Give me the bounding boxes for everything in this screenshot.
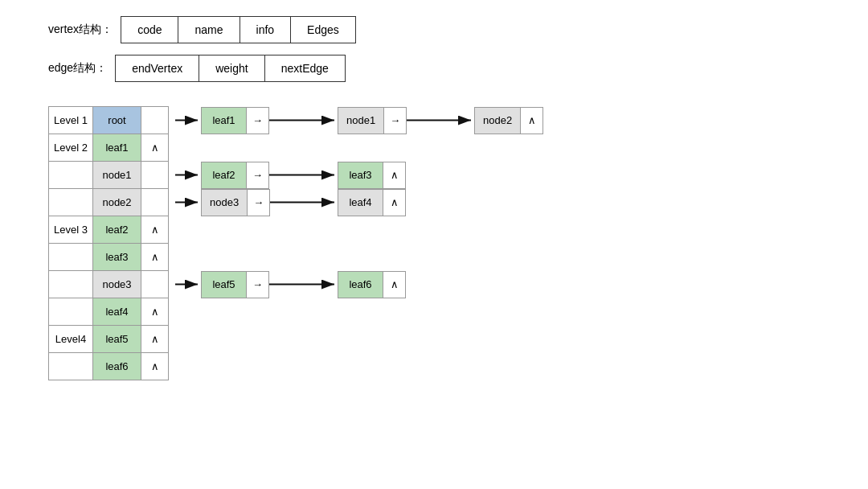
edge-field-nextedge: nextEdge — [265, 55, 345, 81]
node-leaf3: leaf3 — [93, 244, 141, 271]
leaf2-null: ∧ — [141, 216, 169, 244]
edge-field-endvertex: endVertex — [116, 55, 199, 81]
float-arrow: ∧ — [520, 108, 542, 134]
float-arrow: ∧ — [383, 190, 405, 216]
node-leaf6: leaf6 — [93, 353, 141, 380]
edge-label: edge结构： — [48, 61, 107, 76]
tree-table: Level 1 root Level 2 leaf1 ∧ node1 node2 — [48, 106, 169, 380]
float-label: leaf1 — [202, 108, 246, 134]
table-row: Level4 leaf5 ∧ — [49, 326, 169, 353]
vertex-field-name: name — [178, 17, 240, 43]
node3-arrow — [141, 271, 169, 298]
level-cell: Level 1 — [49, 107, 93, 134]
float-arrow: → — [246, 272, 268, 298]
leaf1-null: ∧ — [141, 134, 169, 162]
level-cell: Level4 — [49, 326, 93, 353]
tree-diagram: Level 1 root Level 2 leaf1 ∧ node1 node2 — [48, 106, 820, 380]
node-node1: node1 — [93, 162, 141, 189]
vertex-struct-section: vertex结构： code name info Edges — [48, 16, 820, 43]
float-arrow: → — [383, 108, 406, 134]
float-label: node3 — [202, 190, 247, 216]
float-node-node2: node2∧ — [474, 107, 543, 134]
node-leaf5: leaf5 — [93, 326, 141, 353]
level-cell — [49, 244, 93, 271]
node-leaf4: leaf4 — [93, 298, 141, 326]
vertex-field-info: info — [240, 17, 292, 43]
root-arrow — [141, 107, 169, 134]
level-cell — [49, 189, 93, 216]
vertex-field-code: code — [121, 17, 178, 43]
table-row: leaf4 ∧ — [49, 298, 169, 326]
vertex-field-edges: Edges — [291, 17, 355, 43]
edge-field-weight: weight — [199, 55, 264, 81]
float-arrow: ∧ — [383, 272, 405, 298]
leaf3-null: ∧ — [141, 244, 169, 271]
float-arrow: → — [246, 108, 268, 134]
leaf4-null: ∧ — [141, 298, 169, 326]
leaf5-null: ∧ — [141, 326, 169, 353]
vertex-label: vertex结构： — [48, 23, 113, 37]
float-arrow: ∧ — [383, 162, 405, 188]
float-label: leaf2 — [202, 162, 246, 188]
edge-table: endVertex weight nextEdge — [115, 55, 346, 82]
level-cell — [49, 162, 93, 189]
node-leaf1: leaf1 — [93, 134, 141, 162]
level-cell: Level 2 — [49, 134, 93, 162]
table-row: node3 — [49, 271, 169, 298]
node-node2: node2 — [93, 189, 141, 216]
float-node-leaf4: leaf4∧ — [338, 189, 406, 216]
level-cell — [49, 353, 93, 380]
edge-struct-section: edge结构： endVertex weight nextEdge — [48, 55, 820, 82]
float-node-leaf6: leaf6∧ — [338, 271, 406, 298]
node1-arrow — [141, 162, 169, 189]
float-node-leaf2: leaf2→ — [201, 162, 269, 189]
level-cell — [49, 298, 93, 326]
float-node-leaf1: leaf1→ — [201, 107, 269, 134]
level-cell — [49, 271, 93, 298]
float-node-leaf5: leaf5→ — [201, 271, 269, 298]
float-arrow: → — [247, 190, 269, 216]
float-label: node2 — [475, 108, 520, 134]
vertex-table: code name info Edges — [121, 16, 356, 43]
node-node3: node3 — [93, 271, 141, 298]
leaf6-null: ∧ — [141, 353, 169, 380]
float-label: leaf3 — [338, 162, 383, 188]
table-row: leaf3 ∧ — [49, 244, 169, 271]
float-arrow: → — [246, 162, 268, 188]
float-node-node1: node1→ — [338, 107, 407, 134]
float-label: leaf5 — [202, 272, 246, 298]
float-label: leaf6 — [338, 272, 383, 298]
table-row: Level 1 root — [49, 107, 169, 134]
float-label: leaf4 — [338, 190, 383, 216]
float-label: node1 — [338, 108, 383, 134]
node2-arrow — [141, 189, 169, 216]
table-row: Level 2 leaf1 ∧ — [49, 134, 169, 162]
table-row: node1 — [49, 162, 169, 189]
node-root: root — [93, 107, 141, 134]
table-row: leaf6 ∧ — [49, 353, 169, 380]
table-row: Level 3 leaf2 ∧ — [49, 216, 169, 244]
float-node-leaf3: leaf3∧ — [338, 162, 406, 189]
level-cell: Level 3 — [49, 216, 93, 244]
float-node-node3: node3→ — [201, 189, 270, 216]
node-leaf2: leaf2 — [93, 216, 141, 244]
table-row: node2 — [49, 189, 169, 216]
